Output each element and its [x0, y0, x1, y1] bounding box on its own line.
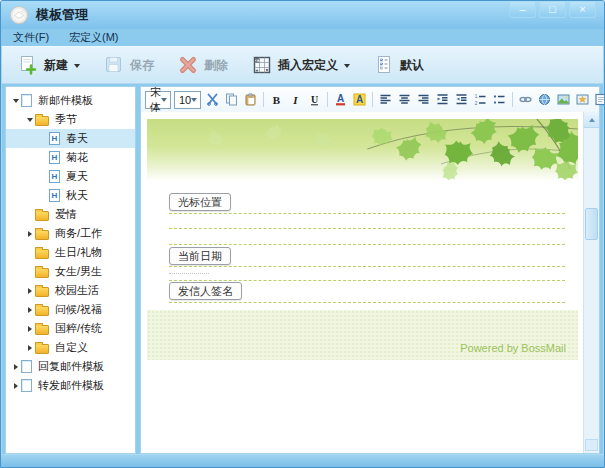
- tree-item-夏天[interactable]: H夏天: [6, 167, 135, 186]
- tree-item-新邮件模板[interactable]: 新邮件模板: [6, 91, 135, 110]
- delete-button[interactable]: 删除: [170, 52, 236, 78]
- html-template-icon: H: [49, 151, 60, 164]
- textbox-icon[interactable]: [593, 91, 605, 108]
- align-left-icon[interactable]: [377, 91, 394, 108]
- tree-item-label: 国粹/传统: [54, 321, 102, 336]
- tree-item-季节[interactable]: 季节: [6, 110, 135, 129]
- template-rule-line: [169, 266, 565, 267]
- tree-item-菊花[interactable]: H菊花: [6, 148, 135, 167]
- html-template-icon: H: [49, 189, 60, 202]
- highlight-icon[interactable]: A: [351, 91, 368, 108]
- scrollbar-corner: [585, 439, 598, 451]
- toolbar-separator: [372, 92, 373, 107]
- close-button[interactable]: ×: [569, 2, 596, 18]
- collapse-arrow-icon[interactable]: [24, 345, 35, 351]
- tree-item-秋天[interactable]: H秋天: [6, 186, 135, 205]
- menu-item-macro[interactable]: 宏定义(M): [67, 29, 121, 46]
- image-icon[interactable]: [555, 91, 572, 108]
- align-right-icon[interactable]: [415, 91, 432, 108]
- format-toolbar: 宋体 10 BIUAA12: [141, 87, 599, 113]
- svg-text:宏: 宏: [254, 57, 260, 63]
- font-family-select[interactable]: 宋体: [145, 91, 171, 109]
- cut-icon[interactable]: [204, 91, 221, 108]
- default-button[interactable]: 默认: [366, 52, 432, 78]
- tree-item-自定义[interactable]: 自定义: [6, 338, 135, 357]
- collapse-arrow-icon[interactable]: [24, 288, 35, 294]
- tree-item-回复邮件模板[interactable]: 回复邮件模板: [6, 357, 135, 376]
- tree-item-春天[interactable]: H春天: [6, 129, 135, 148]
- tree-item-爱情[interactable]: 爱情: [6, 205, 135, 224]
- maximize-button[interactable]: □: [539, 2, 566, 18]
- underline-icon[interactable]: U: [306, 91, 323, 108]
- scrollbar-thumb[interactable]: [585, 208, 598, 240]
- tree-item-女生/男生[interactable]: 女生/男生: [6, 262, 135, 281]
- template-editor[interactable]: 光标位置当前日期发信人签名 Powered by BossMail: [141, 112, 583, 453]
- folder-icon: [35, 116, 49, 126]
- menu-item-file[interactable]: 文件(F): [11, 29, 51, 46]
- outdent-icon[interactable]: [453, 91, 470, 108]
- collapse-arrow-icon[interactable]: [24, 231, 35, 237]
- copy-icon[interactable]: [223, 91, 240, 108]
- tree-item-转发邮件模板[interactable]: 转发邮件模板: [6, 376, 135, 395]
- expand-arrow-icon[interactable]: [10, 95, 21, 106]
- macro-tag-sender-signature[interactable]: 发信人签名: [169, 282, 242, 300]
- macro-tag-current-date[interactable]: 当前日期: [169, 247, 231, 265]
- default-template-icon: [374, 55, 394, 75]
- app-logo-icon: [9, 5, 29, 25]
- svg-text:A: A: [356, 94, 363, 105]
- titlebar: 模板管理 –□×: [1, 1, 604, 29]
- indent-icon[interactable]: [434, 91, 451, 108]
- chevron-down-icon: [74, 64, 80, 71]
- tree-item-问候/祝福[interactable]: 问候/祝福: [6, 300, 135, 319]
- tree-item-label: 夏天: [65, 169, 88, 184]
- tree-item-生日/礼物[interactable]: 生日/礼物: [6, 243, 135, 262]
- svg-text:A: A: [337, 93, 344, 104]
- tree-item-label: 爱情: [54, 207, 77, 222]
- media-icon[interactable]: [574, 91, 591, 108]
- expand-arrow-icon[interactable]: [24, 114, 35, 125]
- link-icon[interactable]: [517, 91, 534, 108]
- italic-icon[interactable]: I: [287, 91, 304, 108]
- template-group-icon: [21, 94, 32, 107]
- chevron-down-icon: [191, 98, 197, 105]
- new-document-icon: [18, 55, 38, 75]
- new-button[interactable]: 新建: [10, 52, 88, 78]
- window-controls: –□×: [509, 1, 596, 18]
- collapse-arrow-icon[interactable]: [10, 383, 21, 389]
- template-tree[interactable]: 新邮件模板季节H春天H菊花H夏天H秋天爱情商务/工作生日/礼物女生/男生校园生活…: [5, 86, 136, 454]
- tree-item-校园生活[interactable]: 校园生活: [6, 281, 135, 300]
- insert-macro-button-label: 插入宏定义: [278, 57, 338, 74]
- unordered-list-icon[interactable]: [491, 91, 508, 108]
- editor-scrollbar[interactable]: [583, 112, 599, 453]
- template-banner-image: [147, 119, 578, 181]
- scroll-up-button[interactable]: [584, 112, 599, 128]
- save-button[interactable]: 保存: [96, 52, 162, 78]
- chevron-down-icon: [344, 64, 350, 71]
- collapse-arrow-icon[interactable]: [10, 364, 21, 370]
- macro-tag-cursor-position[interactable]: 光标位置: [169, 193, 231, 211]
- tree-item-商务/工作[interactable]: 商务/工作: [6, 224, 135, 243]
- bold-icon[interactable]: B: [268, 91, 285, 108]
- insert-macro-button[interactable]: 宏+×插入宏定义: [244, 52, 358, 78]
- font-size-value: 10: [179, 94, 191, 106]
- font-size-select[interactable]: 10: [174, 91, 201, 109]
- template-manager-window: 模板管理 –□× 文件(F)宏定义(M) 新建保存删除宏+×插入宏定义默认 新邮…: [0, 0, 605, 468]
- align-center-icon[interactable]: [396, 91, 413, 108]
- tree-item-label: 生日/礼物: [54, 245, 102, 260]
- insert-macro-icon: 宏+×: [252, 55, 272, 75]
- hyperlink-icon[interactable]: [536, 91, 553, 108]
- tree-item-国粹/传统[interactable]: 国粹/传统: [6, 319, 135, 338]
- ordered-list-icon[interactable]: 12: [472, 91, 489, 108]
- tree-item-label: 季节: [54, 112, 77, 127]
- minimize-button[interactable]: –: [509, 2, 536, 18]
- template-footer-band: Powered by BossMail: [147, 310, 578, 360]
- window-bottom-edge: [1, 454, 604, 467]
- html-template-icon: H: [49, 132, 60, 145]
- svg-text:B: B: [273, 94, 281, 106]
- collapse-arrow-icon[interactable]: [24, 307, 35, 313]
- paste-icon[interactable]: [242, 91, 259, 108]
- template-group-icon: [21, 379, 32, 392]
- collapse-arrow-icon[interactable]: [24, 326, 35, 332]
- tree-item-label: 校园生活: [54, 283, 99, 298]
- font-color-icon[interactable]: A: [332, 91, 349, 108]
